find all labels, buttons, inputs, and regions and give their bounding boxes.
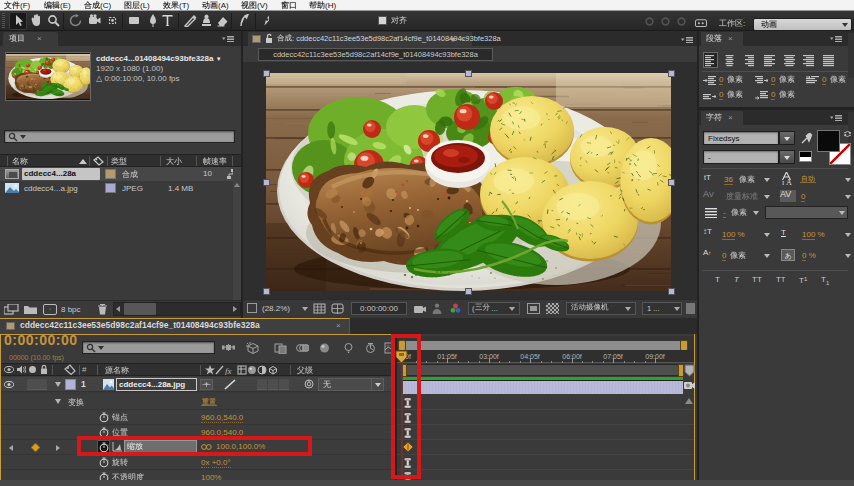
svg-text:I: I [782, 179, 785, 186]
svg-text:fx: fx [225, 366, 232, 376]
svg-text:A: A [786, 178, 792, 185]
